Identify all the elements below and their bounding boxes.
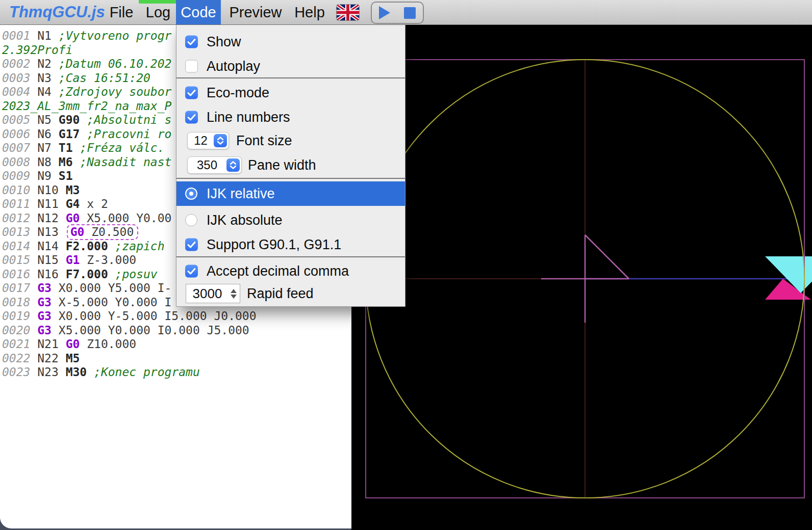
gcode-token: N22 <box>37 352 59 365</box>
menu-item-label: Line numbers <box>207 110 290 125</box>
menu-item-pane-width: 350 Pane width <box>176 154 405 176</box>
gcode-token: 0020 <box>2 324 30 337</box>
gcode-token: X0.000 Y5.000 I- <box>59 281 172 295</box>
gcode-token: G0 <box>70 225 85 238</box>
gcode-token: F7.000 <box>66 268 108 281</box>
menu-file[interactable]: File <box>105 0 138 24</box>
gcode-token: M6 <box>59 155 73 169</box>
gcode-token: 0014 <box>2 240 30 253</box>
toolpath-svg <box>351 24 812 530</box>
menu-item-label: IJK absolute <box>207 213 283 228</box>
gcode-token: S1 <box>59 169 73 182</box>
origin-marker-diagonal <box>585 235 629 279</box>
menu-preview[interactable]: Preview <box>227 0 284 24</box>
menu-code[interactable]: Code <box>176 0 221 24</box>
menu-log[interactable]: Log <box>142 0 174 24</box>
gcode-row[interactable]: 0020 G3 X5.000 Y0.000 I0.000 J5.000 <box>2 324 257 338</box>
gcode-token: Z0.500 <box>91 225 134 238</box>
menu-item-ijk-absolute[interactable]: IJK absolute <box>176 209 405 231</box>
menu-separator <box>176 77 405 78</box>
gcode-token: 0013 <box>2 225 30 238</box>
stepper-icon <box>226 158 240 172</box>
gcode-token: 0016 <box>2 268 30 281</box>
gcode-token: G3 <box>37 296 52 309</box>
number-stepper-icon <box>229 286 239 301</box>
gcode-token: ;Absolutni s <box>87 113 171 126</box>
menu-item-ijk-relative[interactable]: IJK relative <box>176 181 405 206</box>
gcode-token: X5.000 Y0.000 I0.000 J5.000 <box>59 324 249 337</box>
radio-selected-icon <box>185 188 197 200</box>
gcode-token: 0001 <box>2 29 30 42</box>
menu-item-line-numbers[interactable]: Line numbers <box>176 106 405 128</box>
toolpath-canvas[interactable] <box>351 24 812 530</box>
gcode-token: ;Fréza válc. <box>80 141 164 154</box>
gcode-row[interactable]: 0019 G3 X0.000 Y-5.000 I5.000 J0.000 <box>2 309 257 324</box>
gcode-token: N23 <box>37 365 59 379</box>
gcode-token: N11 <box>37 197 59 210</box>
menu-item-autoplay[interactable]: Autoplay <box>176 55 405 77</box>
font-size-select[interactable]: 12 <box>187 132 229 149</box>
gcode-token: 0009 <box>2 169 30 182</box>
gcode-token: N21 <box>37 337 59 351</box>
gcode-token: G90 <box>59 113 80 126</box>
menu-item-accept-comma[interactable]: Accept decimal comma <box>176 260 405 282</box>
rapid-feed-value: 3000 <box>186 286 229 302</box>
gcode-token: ;Pracovni ro <box>87 127 171 141</box>
gcode-token: N12 <box>37 211 59 225</box>
gcode-token: N8 <box>37 155 52 169</box>
gcode-token: ;posuv <box>115 268 158 281</box>
play-button[interactable] <box>379 6 390 19</box>
menu-item-font-size: 12 Font size <box>176 129 405 152</box>
gcode-token: 0002 <box>2 57 30 70</box>
gcode-token: Z10.000 <box>87 337 136 351</box>
gcode-token: G0 <box>66 211 80 225</box>
current-line-highlight: G0 Z0.500 <box>67 224 139 240</box>
gcode-token: G4 <box>66 197 80 210</box>
gcode-row[interactable]: 0023 N23 M30 ;Konec programu <box>2 365 257 380</box>
gcode-token: 0004 <box>2 85 30 98</box>
uk-flag-icon[interactable] <box>337 5 359 20</box>
menu-item-label: Autoplay <box>207 59 260 74</box>
pane-width-select[interactable]: 350 <box>187 156 242 174</box>
gcode-token: 0007 <box>2 141 30 154</box>
menu-help[interactable]: Help <box>294 0 325 24</box>
gcode-token: x 2 <box>87 197 108 210</box>
checkbox-checked-icon <box>185 238 198 251</box>
pane-width-value: 350 <box>188 158 226 172</box>
gcode-token: 0019 <box>2 309 30 323</box>
menu-separator <box>176 178 405 179</box>
gcode-token: Z-3.000 <box>87 253 136 267</box>
code-menu: Show Autoplay Eco-mode Line numbers 12 F… <box>176 24 405 307</box>
gcode-token: F2.000 <box>66 240 108 253</box>
gcode-token: 0015 <box>2 253 30 267</box>
gcode-token: M5 <box>66 352 80 365</box>
gcode-token: M30 <box>66 365 87 379</box>
gcode-token: ;Zdrojovy soubor <box>59 85 172 98</box>
gcode-token: G0 <box>66 337 80 351</box>
app-title: ThmqGCU.js <box>9 0 105 24</box>
gcode-token: N13 <box>37 225 59 238</box>
menu-item-label: Eco-mode <box>207 85 269 101</box>
menu-item-label: Rapid feed <box>247 286 314 302</box>
gcode-token: 0018 <box>2 296 30 309</box>
gcode-token: N9 <box>37 169 52 182</box>
menu-item-label: Pane width <box>248 157 316 173</box>
gcode-row[interactable]: 0022 N22 M5 <box>2 352 257 366</box>
gcode-token: 0017 <box>2 281 30 295</box>
menu-item-show[interactable]: Show <box>176 31 405 53</box>
gcode-token: N2 <box>37 57 52 70</box>
stepper-icon <box>214 134 227 147</box>
menu-item-support-g901[interactable]: Support G90.1, G91.1 <box>176 233 405 256</box>
gcode-token: 2.392Profi <box>2 43 72 57</box>
gcode-token: 0022 <box>2 352 30 365</box>
gcode-row[interactable]: 0021 N21 G0 Z10.000 <box>2 337 257 352</box>
rapid-feed-input[interactable]: 3000 <box>186 284 240 303</box>
gcode-token: ;Cas 16:51:20 <box>59 71 150 85</box>
menu-item-label: Font size <box>236 133 292 149</box>
gcode-token: N14 <box>37 240 59 253</box>
run-controls <box>371 2 424 24</box>
gcode-token: N15 <box>37 253 59 267</box>
gcode-token: ;zapich <box>115 240 165 253</box>
stop-button[interactable] <box>404 7 416 19</box>
menu-item-eco-mode[interactable]: Eco-mode <box>176 82 405 104</box>
